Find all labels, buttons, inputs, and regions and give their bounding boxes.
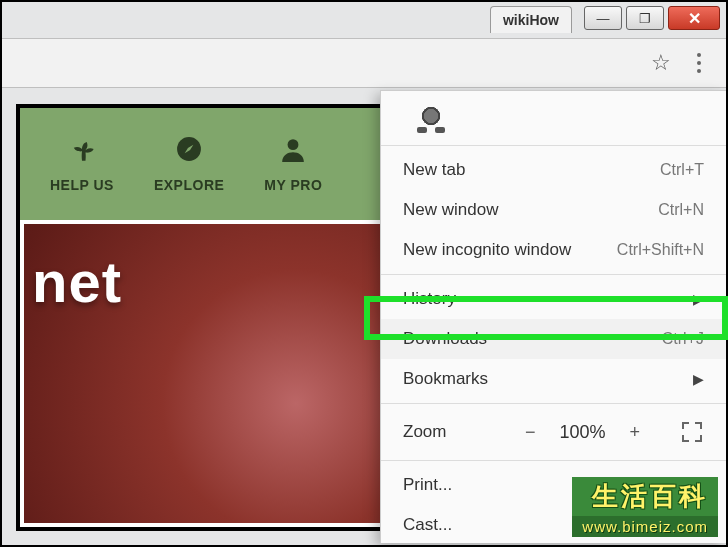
zoom-value: 100% [559, 422, 605, 443]
menu-zoom-label: Zoom [403, 422, 523, 442]
menu-print-label: Print... [403, 475, 452, 495]
watermark-url: www.bimeiz.com [572, 516, 718, 537]
film-reel-icon [417, 102, 445, 130]
menu-new-window-label: New window [403, 200, 498, 220]
maximize-icon: ❐ [639, 11, 651, 26]
nav-explore-label: EXPLORE [154, 177, 224, 193]
fullscreen-icon[interactable] [682, 422, 702, 442]
chrome-menu-button[interactable] [680, 44, 718, 82]
nav-explore[interactable]: EXPLORE [154, 135, 224, 193]
person-icon [279, 135, 307, 163]
window-controls: — ❐ ✕ [584, 6, 720, 30]
menu-downloads-label: Downloads [403, 329, 487, 349]
maximize-button[interactable]: ❐ [626, 6, 664, 30]
zoom-in-button[interactable]: + [630, 422, 641, 443]
watermark: 生活百科 www.bimeiz.com [572, 477, 718, 537]
menu-history-label: History [403, 289, 456, 309]
watermark-title: 生活百科 [572, 477, 718, 516]
vertical-dots-icon [697, 53, 701, 73]
menu-new-tab-label: New tab [403, 160, 465, 180]
nav-my-profile-label: MY PRO [264, 177, 322, 193]
submenu-arrow-icon: ▶ [693, 371, 704, 387]
compass-icon [175, 135, 203, 163]
nav-help-us[interactable]: HELP US [50, 135, 114, 193]
browser-tab[interactable]: wikiHow [490, 6, 572, 33]
menu-bookmarks-label: Bookmarks [403, 369, 488, 389]
menu-bookmarks[interactable]: Bookmarks ▶ [381, 359, 726, 399]
bookmark-star-button[interactable]: ☆ [642, 44, 680, 82]
menu-history[interactable]: History ▶ [381, 279, 726, 319]
browser-tab-title: wikiHow [503, 12, 559, 28]
menu-separator [381, 274, 726, 275]
menu-new-window-shortcut: Ctrl+N [658, 201, 704, 219]
menu-separator [381, 460, 726, 461]
zoom-controls: − 100% + [523, 422, 704, 443]
menu-separator [381, 145, 726, 146]
close-icon: ✕ [688, 9, 701, 28]
menu-new-window[interactable]: New window Ctrl+N [381, 190, 726, 230]
chrome-main-menu: New tab Ctrl+T New window Ctrl+N New inc… [380, 90, 726, 543]
menu-incognito[interactable]: New incognito window Ctrl+Shift+N [381, 230, 726, 270]
submenu-arrow-icon: ▶ [693, 291, 704, 307]
star-icon: ☆ [651, 50, 671, 76]
minimize-icon: — [597, 11, 610, 26]
menu-downloads[interactable]: Downloads Ctrl+J [381, 319, 726, 359]
menu-cast-label: Cast... [403, 515, 452, 535]
screenshot-stage: wikiHow — ❐ ✕ ☆ HELP US [0, 0, 728, 547]
minimize-button[interactable]: — [584, 6, 622, 30]
hero-text: net [32, 248, 122, 315]
svg-point-2 [288, 139, 299, 150]
zoom-out-button[interactable]: − [525, 422, 536, 443]
nav-my-profile[interactable]: MY PRO [264, 135, 322, 193]
menu-incognito-shortcut: Ctrl+Shift+N [617, 241, 704, 259]
menu-new-tab-shortcut: Ctrl+T [660, 161, 704, 179]
browser-toolbar: ☆ [2, 38, 726, 88]
menu-incognito-label: New incognito window [403, 240, 571, 260]
sprout-icon [68, 135, 96, 163]
menu-zoom-row: Zoom − 100% + [381, 408, 726, 456]
menu-downloads-shortcut: Ctrl+J [662, 330, 704, 348]
nav-help-us-label: HELP US [50, 177, 114, 193]
close-button[interactable]: ✕ [668, 6, 720, 30]
menu-separator [381, 403, 726, 404]
window-titlebar: wikiHow — ❐ ✕ [490, 2, 726, 34]
menu-new-tab[interactable]: New tab Ctrl+T [381, 150, 726, 190]
menu-extension-row[interactable] [381, 91, 726, 141]
